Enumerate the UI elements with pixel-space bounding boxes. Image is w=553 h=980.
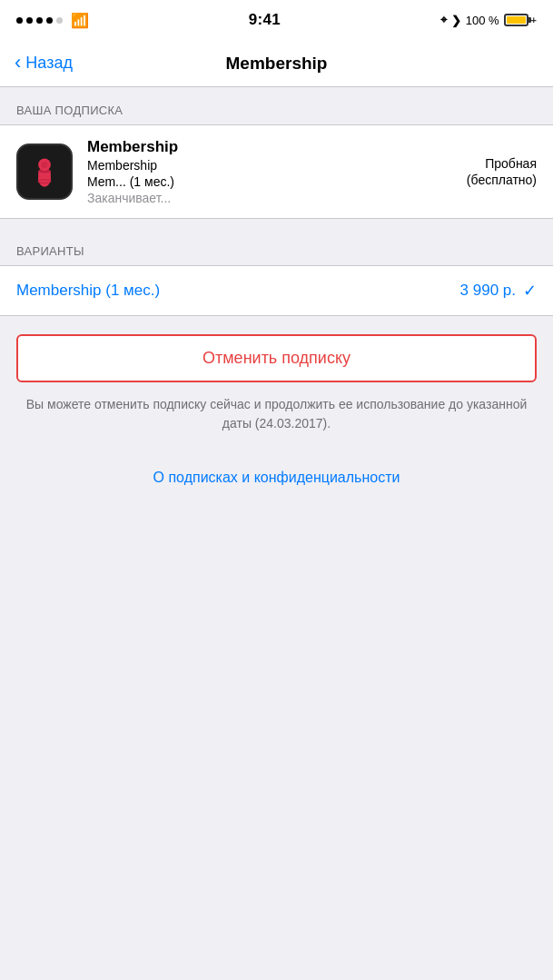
- nav-title: Membership: [226, 54, 328, 74]
- variants-card: Membership (1 мес.) 3 990 р. ✓: [0, 265, 553, 316]
- back-chevron-icon: ‹: [15, 53, 21, 73]
- subscription-row: Membership Membership Mem... (1 мес.) За…: [0, 125, 553, 218]
- charging-icon: +: [531, 15, 537, 25]
- status-left: 📶: [16, 12, 89, 29]
- cancel-section: Отменить подписку Вы можете отменить под…: [0, 316, 553, 448]
- sub-price-area: Пробная (бесплатно): [467, 156, 537, 187]
- sub-trial-sub: (бесплатно): [467, 173, 537, 187]
- back-button[interactable]: ‹ Назад: [15, 54, 73, 73]
- variant-option-label: Membership (1 мес.): [16, 282, 160, 300]
- nav-bar: ‹ Назад Membership: [0, 40, 553, 87]
- battery-percent: 100 %: [466, 14, 499, 27]
- subscription-card: Membership Membership Mem... (1 мес.) За…: [0, 124, 553, 219]
- battery-icon: [504, 14, 528, 26]
- sub-trial-label: Пробная: [485, 156, 537, 171]
- cancel-button-label: Отменить подписку: [202, 349, 351, 368]
- battery-fill: [507, 16, 526, 24]
- variant-price-value: 3 990 р.: [460, 282, 516, 300]
- variant-price-area: 3 990 р. ✓: [460, 281, 537, 301]
- svg-point-4: [42, 162, 48, 168]
- spacer-1: [0, 219, 553, 228]
- variant-checkmark: ✓: [523, 281, 537, 301]
- status-bar: 📶 9:41 ⌖ ❯ 100 % +: [0, 0, 553, 40]
- sub-app-subtitle: Membership: [87, 158, 452, 173]
- privacy-section: О подписках и конфиденциальности: [0, 470, 553, 513]
- app-icon: [16, 144, 73, 200]
- variants-header: ВАРИАНТЫ: [0, 228, 553, 265]
- status-right: ⌖ ❯ 100 % +: [440, 13, 537, 27]
- your-subscription-header: ВАША ПОДПИСКА: [0, 87, 553, 124]
- app-icon-svg: [27, 154, 62, 189]
- gps-icon: ⌖: [440, 13, 447, 27]
- location-icon: ❯: [451, 14, 461, 27]
- back-label: Назад: [25, 54, 73, 73]
- sub-app-ending: Заканчивает...: [87, 191, 452, 205]
- status-time: 9:41: [249, 11, 281, 29]
- sub-app-plan: Mem... (1 мес.): [87, 174, 452, 189]
- wifi-icon: 📶: [71, 12, 89, 29]
- battery-container: +: [504, 14, 537, 26]
- variant-row[interactable]: Membership (1 мес.) 3 990 р. ✓: [0, 266, 553, 315]
- sub-app-name: Membership: [87, 138, 452, 156]
- subscription-info: Membership Membership Mem... (1 мес.) За…: [87, 138, 452, 205]
- cancel-description: Вы можете отменить подписку сейчас и про…: [16, 395, 537, 433]
- privacy-link[interactable]: О подписках и конфиденциальности: [153, 470, 400, 486]
- signal-dots: [16, 17, 63, 24]
- cancel-subscription-button[interactable]: Отменить подписку: [16, 334, 537, 382]
